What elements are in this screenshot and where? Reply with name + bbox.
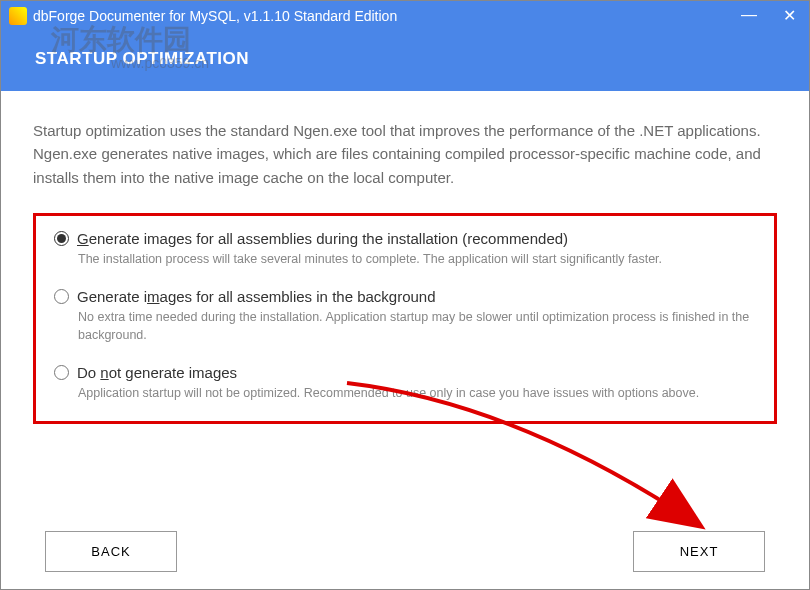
option-desc-1: The installation process will take sever… xyxy=(78,251,756,269)
back-button[interactable]: BACK xyxy=(45,531,177,572)
titlebar: dbForge Documenter for MySQL, v1.1.10 St… xyxy=(1,1,809,31)
header: dbForge Documenter for MySQL, v1.1.10 St… xyxy=(1,1,809,91)
option-desc-3: Application startup will not be optimize… xyxy=(78,385,756,403)
option-desc-2: No extra time needed during the installa… xyxy=(78,309,756,344)
close-button[interactable]: ✕ xyxy=(769,1,809,29)
option-generate-background: Generate images for all assemblies in th… xyxy=(54,288,756,344)
option-label-3[interactable]: Do not generate images xyxy=(77,364,237,381)
app-icon xyxy=(9,7,27,25)
content-area: Startup optimization uses the standard N… xyxy=(1,91,809,434)
option-generate-during-install: Generate images for all assemblies durin… xyxy=(54,230,756,269)
radio-do-not-generate[interactable] xyxy=(54,365,69,380)
option-label-1[interactable]: Generate images for all assemblies durin… xyxy=(77,230,568,247)
footer: BACK NEXT xyxy=(1,513,809,589)
radio-generate-background[interactable] xyxy=(54,289,69,304)
section-title: STARTUP OPTIMIZATION xyxy=(1,31,809,69)
option-label-2[interactable]: Generate images for all assemblies in th… xyxy=(77,288,436,305)
radio-generate-during-install[interactable] xyxy=(54,231,69,246)
options-group: Generate images for all assemblies durin… xyxy=(33,213,777,424)
window-controls: — ✕ xyxy=(729,1,809,29)
next-button[interactable]: NEXT xyxy=(633,531,765,572)
intro-text: Startup optimization uses the standard N… xyxy=(33,119,777,189)
window-title: dbForge Documenter for MySQL, v1.1.10 St… xyxy=(33,8,397,24)
option-do-not-generate: Do not generate images Application start… xyxy=(54,364,756,403)
minimize-button[interactable]: — xyxy=(729,1,769,29)
